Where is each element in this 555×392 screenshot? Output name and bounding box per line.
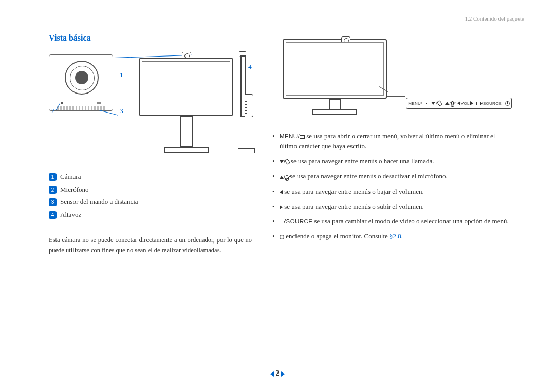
legend-label: Altavoz <box>60 209 81 221</box>
menu-symbol: MENU/ <box>280 133 305 139</box>
legend-badge: 1 <box>49 173 57 181</box>
right-column: MENU/ / / VOL /SOURCE MENU/ se usa para … <box>272 36 514 246</box>
stand-neck-icon <box>180 116 193 147</box>
triangle-right-icon <box>470 101 473 105</box>
bullet-suffix: . <box>401 232 403 240</box>
mic-off-icon <box>286 175 288 179</box>
page-number: 2 <box>276 369 280 377</box>
back-neck-icon <box>329 99 341 110</box>
strip-menu: MENU/ <box>408 101 428 106</box>
figure-basic-view: 1 2 3 4 <box>49 46 252 164</box>
figure-button-strip: MENU/ / / VOL /SOURCE <box>272 36 509 126</box>
bullet-power: enciende o apaga el monitor. Consulte §2… <box>272 231 514 241</box>
legend-label: Micrófono <box>60 183 89 196</box>
button-descriptions: MENU/ se usa para abrir o cerrar un menú… <box>272 131 514 241</box>
bullet-down-call: / se usa para navegar entre menús o hace… <box>272 156 514 166</box>
legend-badge: 3 <box>49 198 57 206</box>
mic-off-icon <box>451 101 454 105</box>
source-icon <box>280 220 284 223</box>
side-buttons-icon <box>245 101 247 114</box>
phone-icon <box>437 100 442 106</box>
callout-number-4: 4 <box>248 63 252 71</box>
bullet-source: /SOURCE se usa para cambiar el modo de v… <box>272 216 514 227</box>
source-symbol: /SOURCE <box>280 218 312 225</box>
triangle-down-icon <box>280 160 284 163</box>
strip-up: / <box>445 101 454 106</box>
legend-list: 1 Cámara 2 Micrófono 3 Sensor del mando … <box>49 171 252 221</box>
strip-source: /SOURCE <box>476 101 502 106</box>
down-call-symbol: / <box>280 158 289 164</box>
up-mic-symbol: / <box>280 174 288 180</box>
speaker-grill-icon <box>57 106 105 110</box>
back-base-icon <box>312 109 357 115</box>
camera-closeup-box <box>49 54 113 111</box>
button-strip: MENU/ / / VOL /SOURCE <box>406 98 512 109</box>
monitor-back-icon <box>283 39 387 99</box>
strip-power <box>505 101 510 106</box>
camera-note: Esta cámara no se puede conectar directa… <box>49 235 252 255</box>
callout-number-2: 2 <box>51 107 55 115</box>
microphone-hole-icon <box>61 102 63 104</box>
bullet-up-mic: / se usa para navegar entre menús o desa… <box>272 171 514 181</box>
strip-down: / <box>431 101 441 106</box>
triangle-down-icon <box>431 102 435 105</box>
camera-lens-icon <box>65 61 99 95</box>
leader-line <box>99 74 119 74</box>
legend-item: 1 Cámara <box>49 171 252 183</box>
source-icon <box>476 102 481 105</box>
legend-item: 2 Micrófono <box>49 183 252 196</box>
triangle-up-icon <box>445 102 449 105</box>
pager: 2 <box>0 369 555 378</box>
power-symbol <box>280 233 284 239</box>
side-base-icon <box>238 148 255 153</box>
legend-item: 4 Altavoz <box>49 209 252 221</box>
keyboard-icon <box>300 135 305 139</box>
next-page-button[interactable] <box>281 371 285 377</box>
bullet-left-vol: se usa para navegar entre menús o bajar … <box>272 186 514 197</box>
prev-page-button[interactable] <box>270 371 274 377</box>
power-icon <box>280 235 284 239</box>
triangle-up-icon <box>280 176 284 179</box>
strip-vol: VOL <box>457 101 473 106</box>
triangle-left-icon <box>457 101 460 105</box>
bullet-right-vol: se usa para navegar entre menús o subir … <box>272 201 514 212</box>
side-neck-icon <box>244 117 249 149</box>
keyboard-icon <box>423 102 428 105</box>
bullet-menu: MENU/ se usa para abrir o cerrar un menú… <box>272 131 514 152</box>
left-column: 1 2 3 4 1 Cámara 2 Micrófono 3 Se <box>49 46 252 255</box>
cross-reference-link[interactable]: §2.8 <box>390 232 401 240</box>
leader-line <box>387 96 405 97</box>
power-icon <box>505 101 510 106</box>
monitor-front-icon <box>139 58 233 116</box>
legend-item: 3 Sensor del mando a distancia <box>49 196 252 209</box>
callout-number-1: 1 <box>120 71 123 79</box>
legend-badge: 2 <box>49 186 57 194</box>
legend-label: Sensor del mando a distancia <box>60 196 138 209</box>
legend-badge: 4 <box>49 211 57 219</box>
section-title: Vista básica <box>49 33 91 43</box>
legend-label: Cámara <box>60 171 81 183</box>
callout-number-3: 3 <box>120 107 123 115</box>
breadcrumb: 1.2 Contenido del paquete <box>465 15 524 22</box>
stand-base-icon <box>164 147 209 153</box>
ir-sensor-icon <box>97 102 101 104</box>
back-camera-icon <box>341 36 350 43</box>
